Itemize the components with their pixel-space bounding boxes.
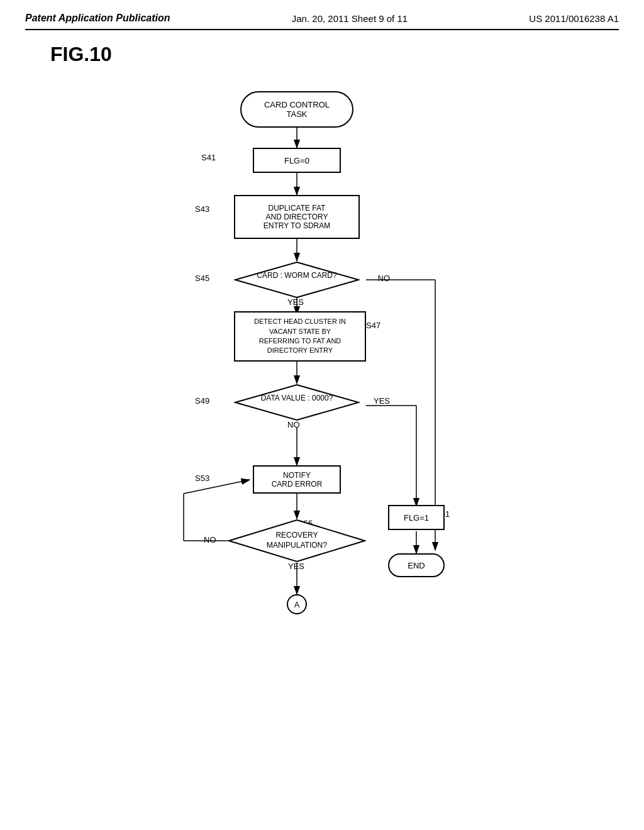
s47-node: DETECT HEAD CLUSTER IN VACANT STATE BY R… xyxy=(234,311,366,362)
s49-yes-label: YES xyxy=(374,396,390,406)
svg-text:DATA VALUE : 0000?: DATA VALUE : 0000? xyxy=(261,394,333,402)
s55-diamond-svg: RECOVERY MANIPULATION? xyxy=(228,519,366,563)
s41-step-label: S41 xyxy=(201,153,216,162)
end-node: END xyxy=(388,553,445,577)
svg-text:MANIPULATION?: MANIPULATION? xyxy=(267,541,327,550)
s45-no-label: NO xyxy=(378,274,391,283)
end-label: END xyxy=(408,561,425,570)
s53-node: NOTIFY CARD ERROR xyxy=(253,465,341,494)
start-node: CARD CONTROL TASK xyxy=(240,91,353,128)
page-header: Patent Application Publication Jan. 20, … xyxy=(25,13,619,30)
page: Patent Application Publication Jan. 20, … xyxy=(0,0,644,830)
flowchart-lines xyxy=(102,79,542,770)
figure-label: FIG.10 xyxy=(50,43,619,66)
s53-step-label: S53 xyxy=(195,473,209,483)
svg-text:RECOVERY: RECOVERY xyxy=(275,531,318,540)
s51-node: FLG=1 xyxy=(388,505,445,530)
svg-marker-18 xyxy=(235,262,358,297)
s55-yes-label: YES xyxy=(288,562,304,571)
svg-text:CARD : WORM CARD?: CARD : WORM CARD? xyxy=(257,271,337,280)
s45-yes-label: YES xyxy=(287,297,304,307)
a-connector: A xyxy=(287,594,307,614)
patent-number-label: US 2011/0016238 A1 xyxy=(529,13,619,24)
s51-label: FLG=1 xyxy=(404,513,429,523)
svg-marker-20 xyxy=(235,385,358,420)
s49-diamond-container: DATA VALUE : 0000? YES NO xyxy=(234,384,360,421)
s55-no-label: NO xyxy=(204,535,216,545)
s49-no-label: NO xyxy=(287,420,300,429)
s53-label: NOTIFY CARD ERROR xyxy=(272,471,323,489)
s43-node: DUPLICATE FAT AND DIRECTORY ENTRY TO SDR… xyxy=(234,195,360,239)
flowchart: CARD CONTROL TASK S41 FLG=0 S43 DUPLICAT… xyxy=(102,79,542,770)
a-label: A xyxy=(294,600,300,609)
start-label: CARD CONTROL TASK xyxy=(264,100,330,119)
svg-line-17 xyxy=(184,480,250,494)
s43-label: DUPLICATE FAT AND DIRECTORY ENTRY TO SDR… xyxy=(264,204,330,230)
s45-diamond-svg: CARD : WORM CARD? xyxy=(234,261,360,299)
publication-label: Patent Application Publication xyxy=(25,13,170,24)
s55-diamond-container: RECOVERY MANIPULATION? YES NO xyxy=(228,519,366,563)
s49-step-label: S49 xyxy=(195,396,209,406)
s41-label: FLG=0 xyxy=(284,156,309,165)
s49-diamond-svg: DATA VALUE : 0000? xyxy=(234,384,360,421)
s41-node: FLG=0 xyxy=(253,148,341,173)
s47-label: DETECT HEAD CLUSTER IN VACANT STATE BY R… xyxy=(254,317,346,356)
date-sheet-label: Jan. 20, 2011 Sheet 9 of 11 xyxy=(292,13,408,24)
s43-step-label: S43 xyxy=(195,204,209,214)
s45-step-label: S45 xyxy=(195,274,209,283)
s45-diamond-container: CARD : WORM CARD? NO YES xyxy=(234,261,360,299)
s47-step-label: S47 xyxy=(366,321,380,330)
